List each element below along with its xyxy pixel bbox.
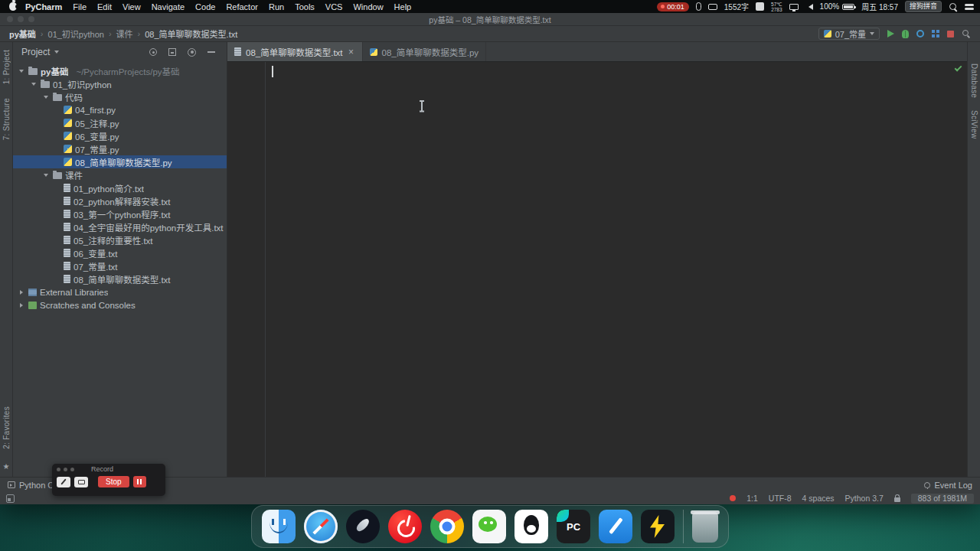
menu-refactor[interactable]: Refactor xyxy=(220,2,263,11)
dock-netease-music-icon[interactable] xyxy=(388,510,422,543)
menu-window[interactable]: Window xyxy=(348,2,388,11)
minimize-window-button[interactable] xyxy=(18,16,24,22)
recording-timer-pill[interactable]: 00:01 xyxy=(657,2,689,11)
tab-py-file[interactable]: 08_简单聊聊数据类型.py xyxy=(363,42,487,61)
tree-item[interactable]: 07_常量.py xyxy=(13,142,227,155)
recorder-minimize-button[interactable] xyxy=(64,468,67,471)
recorder-zoom-button[interactable] xyxy=(70,468,74,471)
event-log-button[interactable]: Event Log xyxy=(924,481,972,490)
tab-txt-file[interactable]: 08_简单聊聊数据类型.txt xyxy=(227,42,363,61)
locate-file-icon[interactable] xyxy=(149,48,157,56)
debug-button[interactable] xyxy=(902,30,909,38)
dock-trash-icon[interactable] xyxy=(692,512,718,543)
ime-badge[interactable]: 搜狗拼音 xyxy=(905,1,942,12)
breadcrumb-file[interactable]: 08_简单聊聊数据类型.txt xyxy=(145,28,237,40)
tree-item[interactable]: 课件 xyxy=(13,168,227,181)
tree-item-root[interactable]: py基础 ~/PycharmProjects/py基础 xyxy=(13,64,227,77)
close-window-button[interactable] xyxy=(7,16,13,22)
tool-button-structure[interactable]: 7: Structure xyxy=(2,98,11,140)
battery-indicator[interactable]: 100% xyxy=(820,2,855,11)
menu-edit[interactable]: Edit xyxy=(92,2,117,11)
display-icon[interactable] xyxy=(789,4,799,10)
expand-arrow-icon[interactable] xyxy=(42,96,50,99)
dock-qq-icon[interactable] xyxy=(514,510,548,543)
collapsed-arrow-icon[interactable] xyxy=(18,290,25,295)
run-configuration-selector[interactable]: 07_常量 xyxy=(818,28,880,40)
dock-lightning-app-icon[interactable] xyxy=(641,510,675,543)
tree-item[interactable]: 08_简单聊聊数据类型.txt xyxy=(13,272,227,285)
mouse-icon[interactable] xyxy=(696,2,701,11)
tree-item-selected[interactable]: 08_简单聊聊数据类型.py xyxy=(13,155,227,168)
tree-item-scratches[interactable]: Scratches and Consoles xyxy=(13,298,227,311)
caret-position[interactable]: 1:1 xyxy=(746,494,758,503)
menu-navigate[interactable]: Navigate xyxy=(146,2,190,11)
tool-button-favorites[interactable]: 2: Favorites xyxy=(2,406,11,449)
expand-arrow-icon[interactable] xyxy=(18,70,25,73)
pause-recording-button[interactable] xyxy=(133,476,146,487)
dock-rocket-app-icon[interactable] xyxy=(346,510,380,543)
dock-safari-icon[interactable] xyxy=(304,510,338,543)
menu-file[interactable]: File xyxy=(67,2,92,11)
lock-icon[interactable] xyxy=(894,497,900,502)
tree-item[interactable]: 06_变量.py xyxy=(13,129,227,142)
tree-item[interactable]: 01_初识python xyxy=(13,77,227,90)
control-center-icon[interactable] xyxy=(965,3,974,11)
tool-button-sciview[interactable]: SciView xyxy=(970,110,978,139)
collapsed-arrow-icon[interactable] xyxy=(18,303,25,308)
keyboard-icon[interactable] xyxy=(708,4,717,10)
breadcrumb-folder[interactable]: 01_初识python xyxy=(48,28,104,40)
tool-button-project[interactable]: 1: Project xyxy=(2,50,11,84)
tree-item[interactable]: 01_python简介.txt xyxy=(13,181,227,194)
tree-item[interactable]: 07_常量.txt xyxy=(13,259,227,272)
tool-window-toggle-icon[interactable] xyxy=(6,494,15,503)
tree-item[interactable]: 06_变量.txt xyxy=(13,246,227,259)
menu-view[interactable]: View xyxy=(117,2,146,11)
dock-finder-icon[interactable] xyxy=(262,510,296,543)
menu-bar-clock[interactable]: 周五 18:57 xyxy=(861,1,898,12)
stop-button[interactable] xyxy=(947,31,954,37)
expand-arrow-icon[interactable] xyxy=(42,174,50,177)
indent-setting[interactable]: 4 spaces xyxy=(802,494,835,503)
project-view-selector[interactable]: Project xyxy=(21,47,50,57)
menu-pycharm[interactable]: PyCharm xyxy=(20,2,67,11)
dock-pycharm-icon[interactable] xyxy=(557,510,590,543)
word-count-status[interactable]: 1552字 xyxy=(724,1,749,12)
menu-run[interactable]: Run xyxy=(263,2,289,11)
temperature-monitor[interactable]: 57℃ 2783 xyxy=(771,2,782,12)
coverage-button[interactable] xyxy=(916,30,924,37)
input-source-icon[interactable] xyxy=(756,2,764,11)
screen-select-button[interactable] xyxy=(74,477,88,487)
stop-recording-button[interactable]: Stop xyxy=(98,476,129,487)
run-button[interactable] xyxy=(887,30,894,37)
menu-code[interactable]: Code xyxy=(190,2,220,11)
annotate-button[interactable] xyxy=(57,477,70,487)
memory-indicator[interactable]: 883 of 1981M xyxy=(911,494,974,504)
breadcrumb-project[interactable]: py基础 xyxy=(9,28,36,40)
gear-icon[interactable] xyxy=(188,48,196,57)
search-everywhere-icon[interactable] xyxy=(962,29,971,38)
dock-chrome-icon[interactable] xyxy=(430,510,464,543)
profiler-button[interactable] xyxy=(932,30,935,33)
zoom-window-button[interactable] xyxy=(28,16,34,22)
tree-item[interactable]: 04_first.py xyxy=(13,103,227,116)
python-interpreter[interactable]: Python 3.7 xyxy=(845,494,884,503)
spotlight-icon[interactable] xyxy=(949,2,958,11)
dock-wechat-icon[interactable] xyxy=(472,510,506,543)
tree-item[interactable]: 05_注释.py xyxy=(13,116,227,129)
tree-item[interactable]: 03_第一个python程序.txt xyxy=(13,207,227,220)
tree-item[interactable]: 04_全宇宙最好用的python开发工具.txt xyxy=(13,220,227,233)
inspections-ok-icon[interactable] xyxy=(955,64,962,72)
menu-tools[interactable]: Tools xyxy=(289,2,320,11)
hide-panel-icon[interactable] xyxy=(207,51,215,53)
tree-item-external-libraries[interactable]: External Libraries xyxy=(13,285,227,298)
dock-notes-app-icon[interactable] xyxy=(599,510,632,543)
tree-item[interactable]: 02_python解释器安装.txt xyxy=(13,194,227,207)
menu-help[interactable]: Help xyxy=(389,2,417,11)
file-encoding[interactable]: UTF-8 xyxy=(769,494,792,503)
recorder-close-button[interactable] xyxy=(57,468,60,471)
menu-vcs[interactable]: VCS xyxy=(320,2,348,11)
collapse-all-icon[interactable] xyxy=(168,48,176,56)
editor-pane[interactable] xyxy=(227,62,967,477)
volume-icon[interactable] xyxy=(805,4,813,10)
tree-item[interactable]: 05_注释的重要性.txt xyxy=(13,233,227,246)
